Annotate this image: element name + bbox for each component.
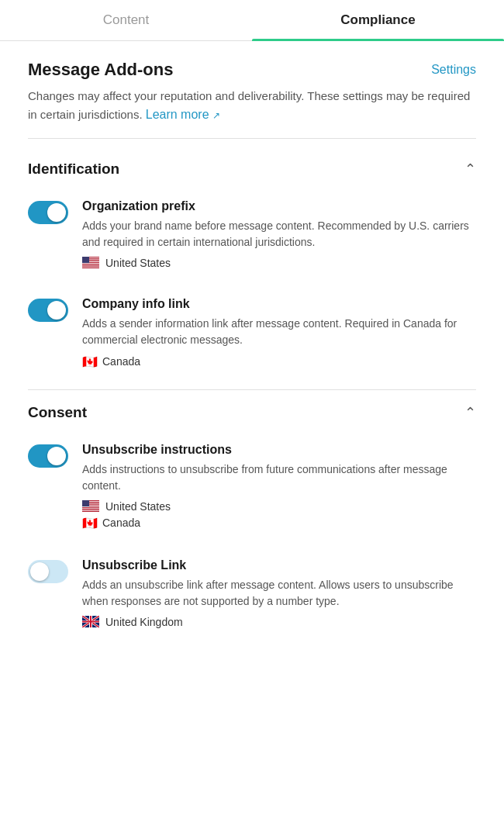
us-flag-icon — [82, 257, 99, 268]
unsub-link-toggle-knob — [30, 562, 49, 581]
company-info-name: Company info link — [82, 297, 476, 311]
org-prefix-toggle-knob — [47, 203, 66, 222]
org-prefix-name: Organization prefix — [82, 199, 476, 213]
unsub-instructions-toggle-knob — [47, 447, 66, 465]
us-flag-icon-2 — [82, 500, 99, 512]
tab-content[interactable]: Content — [0, 0, 252, 40]
page-description: Changes may affect your reputation and d… — [28, 88, 476, 124]
unsub-instructions-toggle[interactable] — [28, 444, 68, 468]
uk-flag-icon — [82, 616, 99, 627]
consent-title: Consent — [28, 404, 87, 421]
company-info-info: Company info link Adds a sender informat… — [82, 297, 476, 369]
unsub-link-row: Unsubscribe Link Adds an unsubscribe lin… — [28, 544, 476, 642]
org-prefix-toggle[interactable] — [28, 201, 68, 224]
page-title: Message Add-ons — [28, 60, 173, 80]
page-header: Message Add-ons Settings — [28, 60, 476, 80]
unsub-link-desc: Adds an unsubscribe link after message c… — [82, 577, 476, 610]
unsub-instructions-country-us: United States — [82, 500, 476, 513]
external-link-icon: ↗ — [212, 109, 220, 120]
org-prefix-info: Organization prefix Adds your brand name… — [82, 199, 476, 269]
company-info-toggle-knob — [47, 301, 66, 320]
company-info-toggle[interactable] — [28, 299, 68, 322]
main-content: Message Add-ons Settings Changes may aff… — [0, 41, 504, 661]
tab-compliance[interactable]: Compliance — [252, 0, 504, 40]
unsub-instructions-info: Unsubscribe instructions Adds instructio… — [82, 443, 476, 530]
consent-chevron-icon: ⌃ — [464, 404, 476, 421]
identification-section-header[interactable]: Identification ⌃ — [28, 153, 476, 185]
unsub-link-name: Unsubscribe Link — [82, 558, 476, 572]
org-prefix-country-us: United States — [82, 257, 476, 269]
learn-more-link[interactable]: Learn more ↗ — [146, 108, 220, 121]
company-info-row: Company info link Adds a sender informat… — [28, 283, 476, 383]
company-info-desc: Adds a sender information link after mes… — [82, 316, 476, 348]
org-prefix-desc: Adds your brand name before message cont… — [82, 218, 476, 251]
unsub-instructions-country-ca: 🇨🇦 Canada — [82, 516, 476, 530]
tab-bar: Content Compliance — [0, 0, 504, 41]
unsub-instructions-name: Unsubscribe instructions — [82, 443, 476, 457]
identification-title: Identification — [28, 161, 119, 178]
ca-flag-icon: 🇨🇦 — [82, 354, 98, 369]
identification-chevron-icon: ⌃ — [464, 161, 476, 178]
company-info-country-ca: 🇨🇦 Canada — [82, 354, 476, 369]
unsub-instructions-row: Unsubscribe instructions Adds instructio… — [28, 429, 476, 544]
settings-link[interactable]: Settings — [431, 63, 476, 77]
consent-section-header[interactable]: Consent ⌃ — [28, 396, 476, 429]
unsub-link-toggle[interactable] — [28, 560, 68, 583]
org-prefix-row: Organization prefix Adds your brand name… — [28, 185, 476, 283]
header-divider — [28, 138, 476, 139]
unsub-link-country-uk: United Kingdom — [82, 616, 476, 628]
section-divider — [28, 389, 476, 390]
unsub-instructions-desc: Adds instructions to unsubscribe from fu… — [82, 461, 476, 494]
ca-flag-icon-2: 🇨🇦 — [82, 516, 98, 530]
unsub-link-info: Unsubscribe Link Adds an unsubscribe lin… — [82, 558, 476, 628]
